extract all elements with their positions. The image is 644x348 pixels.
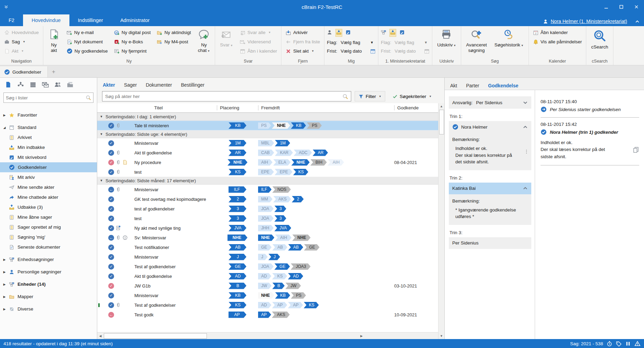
scrollbar-thumb[interactable] xyxy=(439,110,444,134)
desk-button[interactable] xyxy=(399,30,405,36)
sidebar-item-mapper[interactable]: ▶Mapper xyxy=(0,292,97,302)
stopwatch-icon[interactable] xyxy=(607,341,612,347)
sidebar-item-favoritter[interactable]: ▶Favoritter xyxy=(0,110,97,120)
view-doc-blue-button[interactable] xyxy=(5,81,12,89)
sidebar-item-sager-oprettet-af-mig[interactable]: Sager oprettet af mig xyxy=(0,222,97,232)
detail-tab-godkendelse[interactable]: Godkendelse xyxy=(488,83,518,88)
menu-tab-hovedvindue[interactable]: Hovedvindue xyxy=(23,14,69,26)
group-collapse-icon[interactable]: ▼ xyxy=(97,132,106,136)
sidebar-item-mine-chattede-akter[interactable]: Mine chattede akter xyxy=(0,192,97,202)
menu-tab-indstillinger[interactable]: Indstillinger xyxy=(69,14,112,26)
sidebar-item-mit-skrivebord[interactable]: Mit skrivebord xyxy=(0,152,97,162)
org-button[interactable] xyxy=(381,30,386,36)
tag-icon[interactable] xyxy=(616,341,622,347)
minimize-button[interactable] xyxy=(599,1,614,12)
list-row[interactable]: ✓JW G1bBJWBJW03-10-2021 xyxy=(97,281,438,291)
list-row[interactable]: ✓testKSEPEEPEKS xyxy=(97,167,438,177)
view-folder-pages-button[interactable] xyxy=(67,81,74,89)
desk-button[interactable] xyxy=(345,30,351,36)
søgehistorik-button[interactable]: Søgehistorik▼ xyxy=(492,28,526,49)
caret-collapsed-icon[interactable]: ▶ xyxy=(0,295,9,298)
pause-icon[interactable] xyxy=(625,341,631,347)
ny-m4-post-button[interactable]: Ny M4-post xyxy=(155,37,192,46)
arkiv-r-button[interactable]: Arkivér xyxy=(284,28,322,37)
sidebar-item-mine-åbne-sager[interactable]: Mine åbne sager xyxy=(0,212,97,222)
ny-e-boks-button[interactable]: eNy e-Boks xyxy=(112,37,153,46)
scroll-up-icon[interactable]: ▲ xyxy=(438,103,445,109)
sidebar-item-mine-sendte-akter[interactable]: Mine sendte akter xyxy=(0,182,97,192)
scroll-right-icon[interactable]: ▶ xyxy=(358,333,365,339)
sidebar-item-godkendelser[interactable]: Godkendelser xyxy=(0,162,97,172)
scroll-left-icon[interactable]: ◀ xyxy=(97,333,103,339)
slet-akt-button[interactable]: Slet akt▼ xyxy=(284,46,322,56)
ny-aktindsigt-button[interactable]: Ny aktindsigt xyxy=(155,28,192,37)
list-row[interactable]: ←MinistersvarILFILFNOS xyxy=(97,185,438,194)
videresend-button[interactable]: Videresend xyxy=(238,37,279,46)
svar-button[interactable]: Svar▼ xyxy=(218,28,235,49)
field-frist[interactable]: Frist:Vælg dato7 xyxy=(381,47,430,55)
scroll-down-icon[interactable]: ▼ xyxy=(438,333,445,339)
dropdown-arrow-icon[interactable]: ▼ xyxy=(424,41,428,44)
step-header-per-sidenius[interactable]: Per Sidenius xyxy=(449,237,531,249)
dropdown-arrow-icon[interactable]: ▼ xyxy=(370,41,374,44)
add-tab-button[interactable]: + xyxy=(48,66,59,77)
sidebar-item-diverse[interactable]: ▶Diverse xyxy=(0,304,97,314)
tab-akter[interactable]: Akter xyxy=(103,82,115,88)
hovedvindue-button[interactable]: Hovedvindue xyxy=(2,28,41,37)
current-user-link[interactable]: Nora Helmer (1. Ministersekretariat) xyxy=(551,19,628,24)
inboxdl-button[interactable] xyxy=(335,29,342,37)
group-collapse-icon[interactable]: ▼ xyxy=(97,115,106,118)
csearch-button[interactable]: cSearch xyxy=(589,28,611,51)
ny-e-mail-button[interactable]: Ny e-mail xyxy=(65,28,110,37)
svar-alle-button[interactable]: Svar alle▼ xyxy=(238,28,279,37)
tab-godkendelser[interactable]: Godkendelser xyxy=(0,66,48,77)
maximize-button[interactable] xyxy=(614,1,629,12)
list-column-header[interactable]: Titel Placering Fremdrift Godkende xyxy=(97,103,438,113)
field-value[interactable]: Vælg flag xyxy=(395,40,424,45)
person-button[interactable] xyxy=(327,30,332,36)
caret-collapsed-icon[interactable]: ▶ xyxy=(0,258,9,261)
caret-collapsed-icon[interactable]: ▶ xyxy=(0,283,9,286)
step-header-nora-helmer[interactable]: Nora Helmer xyxy=(449,121,531,133)
sidebar-item-arkivet[interactable]: Arkivet xyxy=(0,132,97,142)
nyt-dokument-button[interactable]: Nyt dokument xyxy=(65,37,110,46)
list-row[interactable]: ✓Akt til godkendelseARCABKARADCAR xyxy=(97,148,438,157)
åbn-i-kalender-button[interactable]: 7Åbn i kalender xyxy=(238,46,279,56)
list-row[interactable]: ✓Ny procedureNHEAIHELANHEBIHAIH08-04-202… xyxy=(97,157,438,167)
vertical-scrollbar[interactable]: ▲ ▼ xyxy=(438,103,444,339)
sidebar-item-enheder-14[interactable]: ▶Enheder (14) xyxy=(0,279,97,289)
inboxdl-button[interactable] xyxy=(389,29,396,37)
detail-tab-parter[interactable]: Parter xyxy=(466,83,479,88)
group-header[interactable]: ▼Sorteringsdato: Sidste måned: 17 elemen… xyxy=(97,177,438,185)
chevron-up-icon[interactable] xyxy=(523,124,528,130)
view-people-button[interactable] xyxy=(54,81,61,89)
field-value[interactable]: Vælg dato xyxy=(341,48,370,54)
list-row[interactable]: ✓Ny akt med synlige tingJVAJHHJVA xyxy=(97,223,438,233)
group-header[interactable]: ▼Sorteringsdato: I dag: 1 element(er) xyxy=(97,113,438,121)
detail-tab-akt[interactable]: Akt xyxy=(450,83,457,88)
list-row[interactable]: ✓Test notifikationerABGEABABGE xyxy=(97,242,438,252)
menu-tab-f2[interactable]: F2 xyxy=(0,14,23,26)
list-row[interactable]: ✓Test af godkendelserGEJOAGEJOA3 xyxy=(97,262,438,271)
caret-collapsed-icon[interactable]: ▶ xyxy=(0,307,9,311)
view-mails-button[interactable] xyxy=(42,81,49,89)
ny-chat-button[interactable]: Nychat▼ xyxy=(196,28,212,54)
sidebar-item-udbakke-3[interactable]: Udbakke (3) xyxy=(0,202,97,212)
responsible-selector[interactable]: Ansvarlig: Per Sidenius xyxy=(449,96,531,109)
collapse-ribbon-icon[interactable] xyxy=(635,19,640,24)
sidebar-item-min-indbakke[interactable]: Min indbakke xyxy=(0,142,97,152)
fjern-fra-liste-button[interactable]: Fjern fra liste xyxy=(284,37,322,46)
tab-bestillinger[interactable]: Bestillinger xyxy=(181,82,204,88)
avanceret-søgning-button[interactable]: Avanceretsøgning xyxy=(464,28,489,54)
list-row[interactable]: ✓Ministersvar1MMBL1M xyxy=(97,138,438,148)
search-criteria-button[interactable]: Søgekriterier▼ xyxy=(389,91,435,101)
list-row[interactable]: ✓Tale til ministerenKBPSNHEKBPS xyxy=(97,121,438,130)
menu-tab-administrator[interactable]: Administrator xyxy=(112,14,158,26)
view-stack-button[interactable] xyxy=(30,81,36,89)
caret-collapsed-icon[interactable]: ▶ xyxy=(0,113,9,117)
field-flag[interactable]: Flag:Vælg flag▼ xyxy=(327,38,376,47)
list-row[interactable]: ←Sv: MinistersvarNHENHEAIHNHE xyxy=(97,233,438,242)
sidebar-item-enhedssøgninger[interactable]: ▶Enhedssøgninger xyxy=(0,254,97,264)
step-header-katinka-bai[interactable]: Katinka Bai xyxy=(449,183,531,194)
list-row[interactable]: ✓GK test overtag med kopimodtagere2MMAKS… xyxy=(97,194,438,204)
